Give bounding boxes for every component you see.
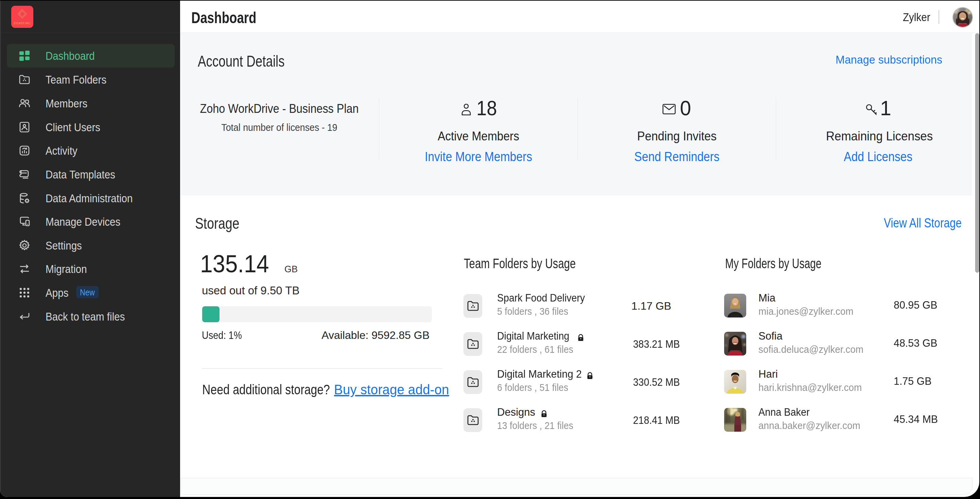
svg-text:ZYLKER INC.: ZYLKER INC. (14, 21, 31, 25)
